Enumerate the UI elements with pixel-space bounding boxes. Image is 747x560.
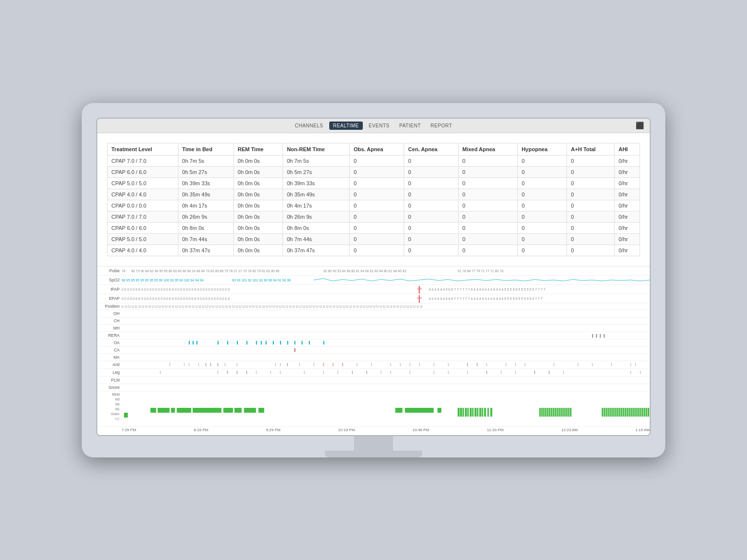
svg-rect-67 — [525, 363, 525, 367]
position-label: Position — [97, 304, 122, 309]
svg-rect-132 — [547, 408, 549, 417]
tab-events[interactable]: EVENTS — [365, 122, 393, 130]
svg-text:98 95 95 95 95 95 95 95 90 100: 98 95 95 95 95 95 95 95 90 100 93 95 90 … — [122, 278, 204, 281]
oh-label: OH — [97, 311, 122, 316]
cell-8-6: 0 — [458, 245, 517, 256]
cell-4-7: 0 — [517, 200, 567, 211]
cell-6-1: 0h 8m 0s — [178, 222, 233, 233]
cell-0-6: 0 — [458, 155, 517, 166]
table-row: CPAP 7.0 / 7.00h 26m 9s0h 0m 0s0h 26m 9s… — [107, 211, 640, 222]
svg-rect-89 — [409, 371, 410, 374]
stand-base — [325, 451, 422, 457]
svg-rect-77 — [237, 371, 237, 374]
svg-rect-75 — [217, 371, 218, 374]
svg-rect-24 — [237, 341, 238, 345]
svg-rect-168 — [646, 408, 647, 417]
svg-rect-44 — [225, 363, 225, 367]
chart-area: Pulse 78 80 79 90 84 82 96 95 95 86 83 8… — [97, 266, 650, 435]
svg-rect-101 — [124, 413, 128, 418]
tab-channels[interactable]: CHANNELS — [291, 122, 327, 130]
cell-7-3: 0h 7m 44s — [283, 233, 349, 245]
snore-chart — [122, 384, 650, 391]
svg-rect-146 — [604, 408, 605, 417]
svg-rect-124 — [481, 408, 483, 417]
svg-rect-74 — [160, 371, 160, 374]
cell-1-2: 0h 0m 0s — [233, 166, 283, 177]
cell-2-9: 0/hr — [614, 177, 640, 189]
tab-realtime[interactable]: REALTIME — [329, 122, 363, 130]
svg-rect-79 — [256, 371, 256, 374]
svg-rect-23 — [227, 341, 228, 345]
svg-rect-76 — [227, 371, 228, 374]
cell-4-1: 0h 4m 17s — [178, 200, 233, 211]
time-3: 9:29 PM — [266, 428, 281, 432]
cell-0-3: 0h 7m 5s — [283, 155, 349, 166]
leg-chart — [122, 369, 650, 376]
svg-rect-96 — [534, 371, 535, 374]
svg-rect-115 — [460, 408, 462, 417]
arsl-chart — [122, 361, 650, 368]
svg-rect-78 — [247, 371, 247, 374]
svg-rect-123 — [480, 408, 481, 417]
ca-chart — [122, 347, 650, 353]
cell-3-3: 0h 35m 49s — [283, 189, 349, 200]
pulse-label: Pulse — [97, 268, 122, 273]
cell-0-2: 0h 0m 0s — [233, 155, 283, 166]
plm-row: PLM — [97, 377, 650, 384]
treatment-table: Treatment Level Time in Bed REM Time Non… — [107, 143, 640, 256]
svg-rect-162 — [634, 408, 636, 417]
cell-2-5: 0 — [404, 177, 458, 189]
tab-patient[interactable]: PATIENT — [395, 122, 425, 130]
mh-row: MH — [97, 325, 650, 332]
cell-7-2: 0h 0m 0s — [233, 233, 283, 245]
svg-rect-83 — [323, 371, 324, 374]
cell-4-3: 0h 4m 17s — [283, 200, 349, 211]
svg-rect-91 — [448, 371, 448, 374]
cell-5-0: CPAP 7.0 / 7.0 — [107, 211, 178, 222]
svg-text:80 79 90 84 82 96 95 95 86 83 : 80 79 90 84 82 96 95 95 86 83 80 86 86 2… — [131, 269, 280, 272]
tab-report[interactable]: REPORT — [427, 122, 456, 130]
svg-rect-127 — [490, 408, 492, 417]
time-4: 10:19 PM — [338, 428, 355, 432]
arsl-label: Arsl — [97, 362, 122, 367]
snore-row: Snore — [97, 384, 650, 391]
cell-2-0: CPAP 5.0 / 5.0 — [107, 177, 178, 189]
svg-rect-35 — [323, 341, 324, 345]
col-cen-apnea: Cen. Apnea — [404, 143, 458, 155]
cell-4-6: 0 — [458, 200, 517, 211]
svg-rect-37 — [170, 363, 170, 367]
svg-rect-149 — [609, 408, 611, 417]
svg-rect-133 — [549, 408, 551, 417]
svg-rect-66 — [516, 363, 516, 367]
svg-rect-47 — [280, 363, 281, 367]
oh-row: OH — [97, 310, 650, 317]
cell-5-8: 0 — [567, 211, 615, 222]
svg-rect-18 — [604, 334, 605, 338]
svg-rect-145 — [602, 408, 603, 417]
svg-rect-59 — [419, 363, 420, 367]
svg-text:328: 328 — [417, 296, 422, 299]
svg-text:4 4 4 4 4 4 5 6 6 7 7 7 7 7 7 : 4 4 4 4 4 4 5 6 6 7 7 7 7 7 7 4 4 4 4 4 … — [429, 287, 546, 291]
cell-2-8: 0 — [567, 177, 615, 189]
cell-8-7: 0 — [517, 245, 567, 256]
svg-rect-16 — [596, 334, 597, 338]
cell-4-9: 0/hr — [614, 200, 640, 211]
svg-rect-155 — [621, 408, 622, 417]
leg-row: Leg — [97, 369, 650, 377]
svg-text:0 0 0 0 0 0 0 0 0 0 0 0 0 0 0 : 0 0 0 0 0 0 0 0 0 0 0 0 0 0 0 0 0 0 0 0 … — [122, 287, 230, 291]
svg-rect-62 — [467, 363, 468, 367]
epap-label: EPAP — [97, 296, 122, 301]
cell-6-4: 0 — [350, 222, 404, 233]
svg-rect-142 — [566, 408, 568, 417]
svg-rect-131 — [545, 408, 547, 417]
svg-rect-86 — [367, 371, 367, 374]
cell-1-9: 0/hr — [614, 166, 640, 177]
svg-text:0 0 0 0 0 0 0 0 0 0 0 0 0 0 0 : 0 0 0 0 0 0 0 0 0 0 0 0 0 0 0 0 0 0 0 0 … — [122, 297, 230, 300]
svg-rect-20 — [193, 341, 194, 345]
svg-rect-159 — [629, 408, 630, 417]
svg-rect-58 — [409, 363, 410, 367]
mh-label: MH — [97, 326, 122, 331]
svg-rect-25 — [247, 341, 248, 345]
svg-rect-164 — [638, 408, 640, 417]
rera-row: RERA — [97, 332, 650, 339]
